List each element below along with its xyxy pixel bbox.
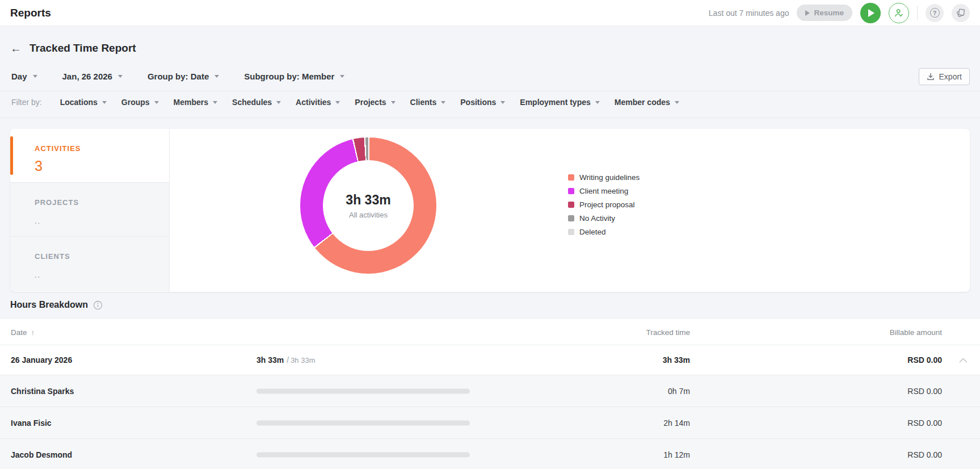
donut-center: 3h 33m All activities	[323, 160, 414, 251]
controls-row: Day Jan, 26 2026 Group by: Date Subgroup…	[11, 72, 344, 81]
chevron-down-icon	[391, 101, 396, 104]
column-billable-amount[interactable]: Billable amount	[890, 328, 942, 336]
tracked-time-cell: 1h 12m	[663, 450, 690, 459]
report-title-row: ← Tracked Time Report	[10, 42, 136, 55]
filter-by-label: Filter by:	[11, 98, 42, 107]
tab-activities-label: ACTIVITIES	[35, 144, 169, 153]
collapse-row-button[interactable]	[959, 355, 968, 365]
chevron-down-icon	[214, 75, 219, 78]
top-bar: Reports Last out 7 minutes ago Resume ?	[0, 0, 980, 26]
legend-swatch	[568, 202, 574, 208]
filter-positions[interactable]: Positions	[460, 98, 505, 107]
date-cell: 26 January 2026	[11, 355, 72, 365]
legend-item-project-proposal[interactable]: Project proposal	[568, 200, 640, 209]
legend-item-no-activity[interactable]: No Activity	[568, 214, 640, 223]
filter-groups[interactable]: Groups	[121, 98, 159, 107]
tab-projects-count: ..	[35, 217, 169, 225]
filter-schedules[interactable]: Schedules	[232, 98, 281, 107]
billable-amount-cell: RSD 0.00	[907, 418, 942, 428]
active-tab-indicator	[10, 136, 13, 175]
divider	[0, 91, 980, 91]
hours-breakdown-title: Hours Breakdown	[10, 300, 88, 310]
hours-breakdown-table: Date ↑ Tracked time Billable amount 26 J…	[0, 319, 980, 469]
resume-button[interactable]: Resume	[797, 5, 852, 21]
divider	[0, 118, 980, 118]
chevron-down-icon	[118, 75, 123, 78]
date-group-row[interactable]: 26 January 2026 3h 33m/3h 33m 3h 33m RSD…	[0, 345, 980, 375]
column-tracked-time[interactable]: Tracked time	[646, 328, 690, 336]
top-bar-actions: Last out 7 minutes ago Resume ?	[709, 3, 970, 23]
billable-amount-cell: RSD 0.00	[907, 387, 942, 396]
chevron-down-icon	[335, 101, 340, 104]
question-mark-icon: ?	[930, 8, 940, 18]
hours-breakdown-heading: Hours Breakdown	[10, 300, 103, 310]
user-check-button[interactable]	[889, 3, 909, 23]
member-row-jacob-desmond: Jacob Desmond 1h 12m RSD 0.00	[0, 439, 980, 469]
tracked-time-cell: 0h 7m	[668, 387, 690, 396]
member-name: Ivana Fisic	[11, 418, 52, 428]
period-dropdown[interactable]: Day	[11, 72, 37, 81]
pages-stack-button[interactable]	[952, 4, 970, 22]
toolbar-divider	[917, 6, 918, 20]
filter-row: Filter by: Locations Groups Members Sche…	[11, 98, 679, 107]
legend-swatch	[568, 215, 574, 221]
filter-clients[interactable]: Clients	[410, 98, 446, 107]
filter-locations[interactable]: Locations	[60, 98, 107, 107]
filter-employment-types[interactable]: Employment types	[520, 98, 599, 107]
filter-member-codes[interactable]: Member codes	[615, 98, 679, 107]
tracked-time-cell: 3h 33m	[663, 355, 690, 365]
tab-projects[interactable]: PROJECTS ..	[10, 183, 169, 237]
person-check-icon	[894, 8, 904, 18]
summary-card: ACTIVITIES 3 PROJECTS .. CLIENTS .. 3h 3…	[10, 129, 970, 292]
tracked-time-bar	[256, 452, 470, 457]
filter-members[interactable]: Members	[174, 98, 217, 107]
play-icon	[868, 9, 874, 17]
chevron-down-icon	[102, 101, 107, 104]
filter-activities[interactable]: Activities	[296, 98, 340, 107]
tab-clients[interactable]: CLIENTS ..	[10, 237, 169, 291]
tab-activities[interactable]: ACTIVITIES 3	[10, 129, 169, 183]
subgroup-by-label: Subgroup by: Member	[244, 72, 334, 81]
chevron-down-icon	[500, 101, 505, 104]
page-title: Reports	[10, 7, 51, 19]
stacked-pages-icon	[956, 8, 966, 18]
report-title: Tracked Time Report	[30, 42, 136, 55]
start-timer-button[interactable]	[860, 3, 881, 23]
tab-clients-count: ..	[35, 271, 169, 279]
donut-chart[interactable]: 3h 33m All activities	[300, 137, 436, 274]
chevron-up-icon	[959, 358, 968, 363]
billable-amount-cell: RSD 0.00	[907, 450, 942, 459]
member-name: Christina Sparks	[11, 387, 74, 396]
chevron-down-icon	[675, 101, 679, 104]
chevron-down-icon	[441, 101, 445, 104]
donut-total-value: 3h 33m	[346, 192, 390, 208]
worked-of-total-cell: 3h 33m/3h 33m	[256, 355, 316, 365]
filter-projects[interactable]: Projects	[355, 98, 395, 107]
tab-projects-label: PROJECTS	[35, 198, 169, 207]
help-button[interactable]: ?	[926, 4, 944, 22]
member-row-christina-sparks: Christina Sparks 0h 7m RSD 0.00	[0, 375, 980, 407]
subgroup-by-dropdown[interactable]: Subgroup by: Member	[244, 72, 344, 81]
export-button[interactable]: Export	[919, 68, 970, 85]
last-activity-status: Last out 7 minutes ago	[709, 9, 789, 18]
group-by-dropdown[interactable]: Group by: Date	[148, 72, 219, 81]
tab-clients-label: CLIENTS	[35, 252, 169, 261]
export-button-label: Export	[939, 72, 962, 81]
play-icon	[805, 10, 810, 16]
legend-item-writing-guidelines[interactable]: Writing guidelines	[568, 173, 640, 182]
tracked-time-bar	[256, 420, 470, 425]
donut-total-label: All activities	[349, 211, 388, 219]
legend-swatch	[568, 188, 574, 194]
member-name: Jacob Desmond	[11, 450, 72, 459]
legend-item-client-meeting[interactable]: Client meeting	[568, 187, 640, 195]
table-header-row: Date ↑ Tracked time Billable amount	[0, 319, 980, 345]
tab-activities-count: 3	[35, 158, 169, 174]
chevron-down-icon	[340, 75, 344, 78]
column-date[interactable]: Date ↑	[11, 328, 35, 336]
legend-item-deleted[interactable]: Deleted	[568, 228, 640, 236]
info-icon[interactable]	[93, 300, 103, 310]
date-dropdown[interactable]: Jan, 26 2026	[62, 72, 123, 81]
chart-legend: Writing guidelines Client meeting Projec…	[568, 173, 640, 236]
period-dropdown-label: Day	[11, 72, 27, 81]
back-button[interactable]: ←	[10, 43, 22, 54]
